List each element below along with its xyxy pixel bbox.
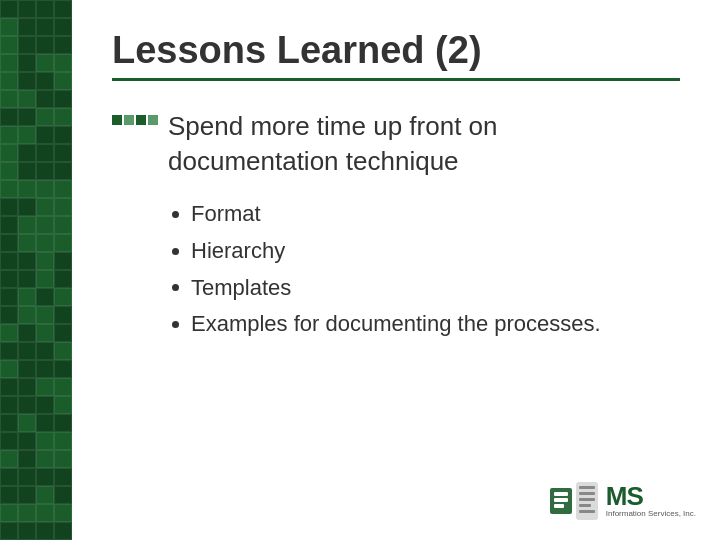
grid-cell	[54, 198, 72, 216]
grid-cell	[18, 306, 36, 324]
grid-cell	[36, 18, 54, 36]
svg-rect-8	[579, 504, 591, 507]
grid-cell	[0, 270, 18, 288]
bullet-squares	[112, 115, 158, 125]
list-item-text: Format	[191, 199, 261, 230]
grid-cell	[54, 270, 72, 288]
grid-cell	[18, 216, 36, 234]
grid-cell	[18, 378, 36, 396]
grid-cell	[36, 306, 54, 324]
grid-cell	[0, 432, 18, 450]
grid-cell	[54, 72, 72, 90]
main-bullet-text: Spend more time up front on documentatio…	[168, 109, 498, 179]
grid-cell	[36, 126, 54, 144]
grid-cell	[54, 144, 72, 162]
list-item: Format	[172, 199, 680, 230]
list-item: Examples for documenting the processes.	[172, 309, 680, 340]
grid-cell	[54, 360, 72, 378]
grid-cell	[0, 522, 18, 540]
grid-cell	[36, 432, 54, 450]
grid-cell	[36, 504, 54, 522]
grid-cell	[36, 216, 54, 234]
grid-cell	[18, 504, 36, 522]
grid-cell	[0, 378, 18, 396]
svg-rect-9	[579, 510, 595, 513]
grid-cell	[0, 162, 18, 180]
logo-text: MS Information Services, Inc.	[606, 483, 696, 519]
grid-cell	[54, 432, 72, 450]
grid-cell	[36, 144, 54, 162]
grid-cell	[18, 54, 36, 72]
grid-cell	[36, 36, 54, 54]
grid-cell	[18, 288, 36, 306]
grid-cell	[36, 378, 54, 396]
grid-cell	[18, 234, 36, 252]
grid-cell	[36, 0, 54, 18]
grid-cell	[54, 486, 72, 504]
grid-cell	[0, 252, 18, 270]
grid-cell	[0, 126, 18, 144]
grid-cell	[18, 450, 36, 468]
grid-cell	[18, 270, 36, 288]
grid-cell	[36, 342, 54, 360]
grid-cell	[18, 36, 36, 54]
grid-cell	[54, 342, 72, 360]
page-title: Lessons Learned (2)	[112, 30, 680, 72]
bullet-dot	[172, 284, 179, 291]
grid-cell	[18, 90, 36, 108]
grid-cell	[54, 234, 72, 252]
grid-cell	[0, 360, 18, 378]
grid-cell	[0, 450, 18, 468]
grid-cell	[18, 0, 36, 18]
grid-cell	[0, 486, 18, 504]
svg-rect-6	[579, 492, 595, 495]
grid-cell	[54, 252, 72, 270]
logo-graphic-icon	[548, 480, 600, 522]
square-dark-2	[136, 115, 146, 125]
grid-cell	[18, 468, 36, 486]
grid-cell	[54, 468, 72, 486]
svg-rect-1	[554, 492, 568, 496]
grid-cell	[0, 108, 18, 126]
sub-bullet-list: FormatHierarchyTemplatesExamples for doc…	[112, 199, 680, 340]
grid-cell	[18, 72, 36, 90]
grid-cell	[54, 54, 72, 72]
grid-cell	[36, 324, 54, 342]
grid-cell	[54, 522, 72, 540]
grid-cell	[0, 72, 18, 90]
grid-cell	[54, 450, 72, 468]
main-bullet: Spend more time up front on documentatio…	[112, 109, 680, 179]
logo-ms: MS	[606, 483, 643, 509]
grid-cell	[18, 180, 36, 198]
title-rule	[112, 78, 680, 81]
grid-cell	[36, 486, 54, 504]
sidebar	[0, 0, 72, 540]
grid-cell	[54, 396, 72, 414]
grid-cell	[18, 108, 36, 126]
grid-cell	[54, 504, 72, 522]
grid-cell	[54, 180, 72, 198]
grid-cell	[54, 306, 72, 324]
grid-cell	[0, 18, 18, 36]
logo-subtitle: Information Services, Inc.	[606, 509, 696, 519]
grid-cell	[36, 468, 54, 486]
bullet-dot	[172, 248, 179, 255]
grid-cell	[54, 378, 72, 396]
company-logo: MS Information Services, Inc.	[548, 480, 696, 522]
svg-rect-7	[579, 498, 595, 501]
grid-cell	[18, 144, 36, 162]
grid-cell	[54, 414, 72, 432]
grid-cell	[54, 126, 72, 144]
grid-cell	[36, 108, 54, 126]
grid-cell	[0, 90, 18, 108]
grid-cell	[18, 486, 36, 504]
grid-cell	[54, 18, 72, 36]
grid-cell	[36, 72, 54, 90]
grid-cell	[0, 216, 18, 234]
grid-cell	[18, 522, 36, 540]
grid-cell	[54, 162, 72, 180]
list-item: Hierarchy	[172, 236, 680, 267]
grid-cell	[54, 288, 72, 306]
grid-cell	[0, 504, 18, 522]
grid-cell	[18, 252, 36, 270]
